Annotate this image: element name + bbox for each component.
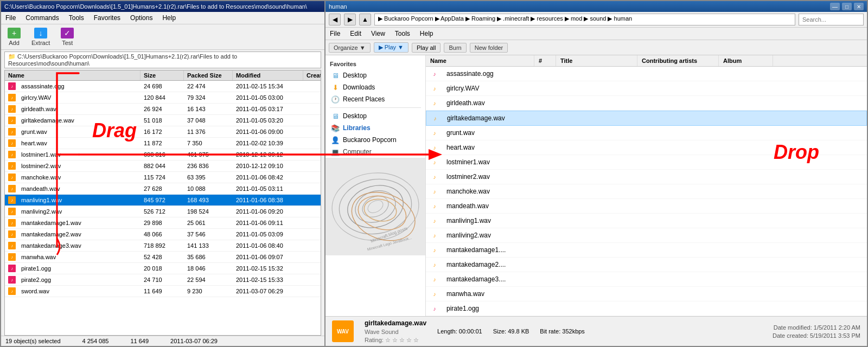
extract-button[interactable]: ↓ Extract bbox=[28, 27, 53, 47]
list-item[interactable]: ♪ lostminer2.wav bbox=[426, 170, 867, 184]
file-modified: 2011-01-05 03:00 bbox=[233, 93, 303, 102]
exp-file-cell: ♪ girlcry.WAV bbox=[426, 81, 534, 95]
table-row[interactable]: ♪ mantakedamage1.wav 29 898 25 061 2011-… bbox=[5, 217, 321, 229]
burn-button[interactable]: Burn bbox=[444, 43, 466, 53]
sidebar-item-desktop[interactable]: 🖥 Desktop bbox=[326, 69, 425, 81]
table-row[interactable]: ♪ pirate2.ogg 24 710 22 594 2011-02-15 1… bbox=[5, 274, 321, 286]
winrar-filelist[interactable]: Name Size Packed Size Modified Created ♪… bbox=[4, 70, 321, 336]
menu-favorites[interactable]: Favorites bbox=[92, 13, 123, 23]
table-row[interactable]: ♪ pirate1.ogg 20 018 18 046 2011-02-15 1… bbox=[5, 263, 321, 274]
exp-col-album-val bbox=[719, 87, 773, 90]
file-type-icon: ♪ bbox=[8, 139, 16, 147]
list-item[interactable]: ♪ manliving2.wav bbox=[426, 228, 867, 243]
table-row[interactable]: ♪ mantakedamage2.wav 48 066 37 546 2011-… bbox=[5, 229, 321, 240]
sidebar-item-libraries[interactable]: 📚 Libraries bbox=[326, 122, 425, 134]
table-row[interactable]: ♪ manwha.wav 52 428 35 686 2011-01-06 09… bbox=[5, 252, 321, 263]
list-item[interactable]: ♪ girldeath.wav bbox=[426, 96, 867, 111]
col-name: Name bbox=[5, 70, 141, 80]
exp-file-icon: ♪ bbox=[430, 99, 439, 107]
table-row[interactable]: ♪ mantakedamage3.wav 718 892 141 133 201… bbox=[5, 240, 321, 252]
list-item[interactable]: ♪ girlcry.WAV bbox=[426, 81, 867, 96]
menu-commands[interactable]: Commands bbox=[23, 13, 61, 23]
exp-file-icon: ♪ bbox=[430, 84, 439, 93]
play-all-button[interactable]: Play all bbox=[412, 43, 441, 53]
table-row[interactable]: ♪ manliving2.wav 526 712 198 524 2011-01… bbox=[5, 206, 321, 217]
exp-col-num-val bbox=[534, 307, 556, 310]
sidebar-item-computer[interactable]: 💻 Computer bbox=[326, 146, 425, 158]
table-row[interactable]: ♪ girlcry.WAV 120 844 79 324 2011-01-05 … bbox=[5, 92, 321, 104]
file-size: 51 018 bbox=[141, 116, 184, 125]
table-row[interactable]: ♪ girldeath.wav 26 924 16 143 2011-01-05… bbox=[5, 104, 321, 115]
extract-icon: ↓ bbox=[34, 28, 47, 38]
sidebar-item-recent[interactable]: 🕐 Recent Places bbox=[326, 93, 425, 105]
file-name: lostminer2.wav bbox=[18, 162, 64, 170]
table-row[interactable]: ♪ manchoke.wav 115 724 63 395 2011-01-06… bbox=[5, 172, 321, 183]
exp-file-cell: ♪ girltakedamage.wav bbox=[426, 111, 535, 125]
close-button[interactable]: ✕ bbox=[854, 3, 864, 10]
table-row[interactable]: ♪ sword.wav 11 649 9 230 2011-03-07 06:2… bbox=[5, 286, 321, 297]
table-row[interactable]: ♪ assassinate.ogg 24 698 22 474 2011-02-… bbox=[5, 81, 321, 92]
table-row[interactable]: ♪ girltakedamage.wav 51 018 37 048 2011-… bbox=[5, 115, 321, 126]
exp-file-cell: ♪ mantakedamage2.... bbox=[426, 258, 534, 272]
list-item[interactable]: ♪ girltakedamage.wav bbox=[426, 111, 867, 126]
list-item[interactable]: ♪ manliving1.wav bbox=[426, 214, 867, 228]
file-packed: 18 046 bbox=[184, 264, 233, 273]
table-row[interactable]: ♪ grunt.wav 16 172 11 376 2011-01-06 09:… bbox=[5, 126, 321, 138]
desktop-icon: 🖥 bbox=[331, 71, 340, 80]
search-input[interactable] bbox=[799, 14, 864, 25]
exp-menu-help[interactable]: Help bbox=[418, 29, 436, 38]
list-item[interactable]: ♪ manchoke.wav bbox=[426, 184, 867, 199]
up-button[interactable]: ▲ bbox=[359, 14, 371, 25]
list-item[interactable]: ♪ mantakedamage2.... bbox=[426, 258, 867, 272]
exp-menu-edit[interactable]: Edit bbox=[348, 29, 363, 38]
file-modified: 2011-02-02 10:39 bbox=[233, 139, 303, 147]
winrar-toolbar: + Add ↓ Extract ✓ Test bbox=[1, 24, 324, 50]
back-button[interactable]: ◀ bbox=[329, 14, 341, 25]
maximize-button[interactable]: □ bbox=[842, 3, 852, 10]
explorer-main[interactable]: Name # Title Contributing artists Album … bbox=[426, 55, 867, 316]
sidebar-recent-label: Recent Places bbox=[343, 95, 385, 103]
list-item[interactable]: ♪ mandeath.wav bbox=[426, 199, 867, 214]
list-item[interactable]: ♪ pirate1.ogg bbox=[426, 301, 867, 316]
menu-options[interactable]: Options bbox=[128, 13, 155, 23]
table-row[interactable]: ♪ mandeath.wav 27 628 10 088 2011-01-05 … bbox=[5, 183, 321, 195]
sidebar-item-desktop2[interactable]: 🖥 Desktop bbox=[326, 110, 425, 122]
table-row[interactable]: ♪ lostminer1.wav 698 816 461 975 2010-12… bbox=[5, 149, 321, 160]
list-item[interactable]: ♪ assassinate.ogg bbox=[426, 67, 867, 81]
file-modified: 2011-02-15 15:34 bbox=[233, 82, 303, 91]
forward-button[interactable]: ▶ bbox=[344, 14, 356, 25]
menu-help[interactable]: Help bbox=[160, 13, 178, 23]
exp-menu-view[interactable]: View bbox=[369, 29, 387, 38]
exp-col-title-val bbox=[557, 117, 638, 120]
details-length: Length: 00:00:01 bbox=[437, 328, 482, 335]
file-type-icon: ♪ bbox=[8, 219, 16, 227]
exp-file-name: mantakedamage3.... bbox=[442, 274, 510, 285]
organize-button[interactable]: Organize ▼ bbox=[329, 43, 371, 53]
list-item[interactable]: ♪ mantakedamage1.... bbox=[426, 243, 867, 258]
exp-col-artists-val bbox=[637, 190, 719, 193]
test-button[interactable]: ✓ Test bbox=[58, 27, 77, 47]
sidebar-item-downloads[interactable]: ⬇ Downloads bbox=[326, 81, 425, 93]
exp-menu-tools[interactable]: Tools bbox=[393, 29, 412, 38]
sidebar-item-buckaroo[interactable]: 👤 Buckaroo Popcorn bbox=[326, 134, 425, 146]
minimize-button[interactable]: — bbox=[830, 3, 840, 10]
list-item[interactable]: ♪ grunt.wav bbox=[426, 126, 867, 140]
exp-col-title-val bbox=[556, 292, 637, 295]
exp-menu-file[interactable]: File bbox=[328, 29, 342, 38]
menu-tools[interactable]: Tools bbox=[67, 13, 86, 23]
exp-file-name: girldeath.wav bbox=[442, 98, 489, 108]
add-button[interactable]: + Add bbox=[4, 27, 24, 47]
list-item[interactable]: ♪ lostminer1.wav bbox=[426, 155, 867, 170]
new-folder-button[interactable]: New folder bbox=[470, 43, 508, 53]
list-item[interactable]: ♪ heart.wav bbox=[426, 140, 867, 155]
list-item[interactable]: ♪ mantakedamage3.... bbox=[426, 272, 867, 287]
file-name: mandeath.wav bbox=[18, 184, 63, 193]
table-row[interactable]: ♪ heart.wav 11 872 7 350 2011-02-02 10:3… bbox=[5, 138, 321, 149]
list-item[interactable]: ♪ manwha.wav bbox=[426, 287, 867, 301]
table-row[interactable]: ♪ manliving1.wav 845 972 168 493 2011-01… bbox=[5, 195, 321, 206]
play-button[interactable]: ▶ Play ▼ bbox=[374, 42, 409, 53]
file-packed: 198 524 bbox=[184, 207, 233, 216]
menu-file[interactable]: File bbox=[3, 13, 18, 23]
address-path[interactable]: ▶ Buckaroo Popcorn ▶ AppData ▶ Roaming ▶… bbox=[374, 14, 795, 25]
table-row[interactable]: ♪ lostminer2.wav 882 044 236 836 2010-12… bbox=[5, 160, 321, 172]
